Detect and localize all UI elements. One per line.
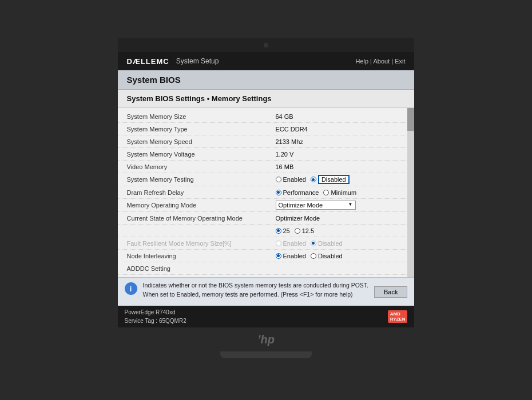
value-memory-speed: 2133 Mhz — [276, 138, 303, 145]
value-node-interleaving: Enabled Disabled — [276, 253, 343, 259]
label-current-state: Current State of Memory Operating Mode — [127, 215, 276, 222]
radio-circle-enabled — [276, 177, 281, 182]
label-memory-speed: System Memory Speed — [127, 138, 276, 145]
monitor-stand: ’hp — [20, 327, 512, 350]
radio-label-enabled: Enabled — [283, 176, 306, 183]
info-text-line2: When set to Enabled, memory tests are pe… — [143, 291, 353, 298]
value-memory-type: ECC DDR4 — [276, 126, 308, 133]
page-title: System BIOS — [118, 70, 415, 90]
monitor-camera — [264, 43, 268, 47]
radio-label-25: 25 — [283, 227, 290, 234]
back-button[interactable]: Back — [374, 286, 407, 298]
label-fault-resilient: Fault Resilient Mode Memory Size[%] — [127, 240, 276, 247]
label-memory-voltage: System Memory Voltage — [127, 151, 276, 158]
radio-label-12-5: 12.5 — [302, 227, 314, 234]
radio-node-enabled[interactable]: Enabled — [276, 253, 306, 259]
radio-fault-enabled[interactable]: Enabled — [276, 240, 306, 247]
radio-node-disabled[interactable]: Disabled — [311, 253, 343, 259]
info-text: Indicates whether or not the BIOS system… — [143, 281, 369, 299]
radio-label-fault-disabled: Disabled — [318, 240, 343, 247]
scrollbar[interactable] — [407, 108, 414, 277]
radio-circle-25 — [276, 228, 281, 234]
value-memory-voltage: 1.20 V — [276, 151, 294, 158]
radio-12-5[interactable]: 12.5 — [295, 227, 314, 234]
section-header: System BIOS Settings • Memory Settings — [118, 90, 415, 108]
radio-label-disabled: Disabled — [318, 175, 350, 184]
label-memory-type: System Memory Type — [127, 126, 276, 133]
monitor-wrapper: DÆLLEMC System Setup Help | About | Exit… — [20, 38, 512, 362]
setting-row-dram-refresh: Dram Refresh Delay Performance — [118, 186, 408, 199]
value-memory-size: 64 GB — [276, 113, 293, 120]
setting-row-adddc: ADDDC Setting — [118, 262, 408, 275]
dropdown-arrow-icon: ▼ — [348, 202, 353, 207]
setting-row-video-memory: Video Memory 16 MB — [118, 161, 408, 173]
label-memory-size: System Memory Size — [127, 113, 276, 120]
setting-row-percent: 25 12.5 — [118, 225, 408, 237]
info-icon: i — [125, 282, 137, 295]
radio-circle-fault-enabled — [276, 241, 281, 246]
radio-circle-disabled — [311, 177, 316, 182]
monitor-base-foot — [220, 351, 312, 358]
header-right[interactable]: Help | About | Exit — [355, 58, 405, 65]
value-dram-refresh: Performance Minimum — [276, 189, 357, 196]
radio-circle-fault-disabled — [311, 241, 316, 246]
value-memory-testing: Enabled Disabled — [276, 175, 350, 184]
dell-logo: DÆLLEMC — [127, 57, 169, 66]
radio-fault-disabled[interactable]: Disabled — [311, 240, 343, 247]
scrollbar-thumb[interactable] — [407, 108, 414, 131]
value-percent: 25 12.5 — [276, 227, 315, 234]
label-video-memory: Video Memory — [127, 163, 276, 170]
header-left: DÆLLEMC System Setup — [127, 57, 219, 66]
footer: PowerEdge R740xd Service Tag : 65QQMR2 A… — [118, 306, 415, 327]
radio-circle-node-disabled — [311, 253, 316, 259]
radio-circle-performance — [276, 190, 281, 195]
radio-disabled[interactable]: Disabled — [311, 175, 350, 184]
label-operating-mode: Memory Operating Mode — [127, 202, 276, 209]
radio-circle-minimum — [323, 190, 329, 195]
label-node-interleaving: Node Interleaving — [127, 253, 276, 259]
radio-circle-node-enabled — [276, 253, 281, 259]
value-operating-mode: Optimizer Mode ▼ — [276, 201, 356, 210]
hp-logo: ’hp — [20, 331, 512, 346]
info-bar: i Indicates whether or not the BIOS syst… — [118, 277, 415, 306]
setting-row-memory-type: System Memory Type ECC DDR4 — [118, 123, 408, 135]
radio-circle-12-5 — [295, 228, 300, 234]
radio-label-node-enabled: Enabled — [283, 253, 306, 259]
label-dram-refresh: Dram Refresh Delay — [127, 189, 276, 196]
value-current-state: Optimizer Mode — [276, 215, 320, 222]
setting-row-fault-resilient: Fault Resilient Mode Memory Size[%] Enab… — [118, 237, 408, 250]
settings-table: System Memory Size 64 GB System Memory T… — [118, 108, 408, 277]
settings-panel: System BIOS Settings • Memory Settings S… — [118, 90, 415, 277]
radio-25[interactable]: 25 — [276, 227, 290, 234]
footer-device-info: PowerEdge R740xd Service Tag : 65QQMR2 — [125, 308, 186, 325]
value-fault-resilient: Enabled Disabled — [276, 240, 343, 247]
screen: DÆLLEMC System Setup Help | About | Exit… — [118, 52, 415, 327]
value-video-memory: 16 MB — [276, 163, 294, 170]
monitor-top-bar — [118, 38, 415, 52]
setting-row-current-state: Current State of Memory Operating Mode O… — [118, 212, 408, 225]
label-memory-testing: System Memory Testing — [127, 176, 276, 183]
setting-row-memory-size: System Memory Size 64 GB — [118, 110, 408, 123]
radio-label-fault-enabled: Enabled — [283, 240, 306, 247]
radio-enabled[interactable]: Enabled — [276, 176, 306, 183]
setting-row-memory-voltage: System Memory Voltage 1.20 V — [118, 148, 408, 161]
footer-service-tag: Service Tag : 65QQMR2 — [125, 317, 186, 325]
radio-minimum[interactable]: Minimum — [323, 189, 356, 196]
header-title: System Setup — [176, 57, 219, 65]
content: System BIOS System BIOS Settings • Memor… — [118, 70, 415, 306]
monitor: DÆLLEMC System Setup Help | About | Exit… — [118, 38, 415, 327]
memory-operating-mode-dropdown[interactable]: Optimizer Mode ▼ — [276, 201, 356, 210]
amd-badge: AMDRYZEN — [388, 310, 408, 323]
monitor-base — [20, 350, 512, 362]
setting-row-memory-speed: System Memory Speed 2133 Mhz — [118, 135, 408, 148]
radio-label-node-disabled: Disabled — [318, 253, 343, 259]
label-adddc: ADDDC Setting — [127, 265, 276, 272]
radio-label-minimum: Minimum — [331, 189, 356, 196]
radio-label-performance: Performance — [283, 189, 319, 196]
footer-model: PowerEdge R740xd — [125, 308, 186, 317]
radio-performance[interactable]: Performance — [276, 189, 319, 196]
setting-row-node-interleaving: Node Interleaving Enabled Di — [118, 250, 408, 262]
setting-row-operating-mode: Memory Operating Mode Optimizer Mode ▼ — [118, 199, 408, 212]
info-text-line1: Indicates whether or not the BIOS system… — [143, 282, 369, 289]
setting-row-memory-testing: System Memory Testing Enabled — [118, 173, 408, 186]
